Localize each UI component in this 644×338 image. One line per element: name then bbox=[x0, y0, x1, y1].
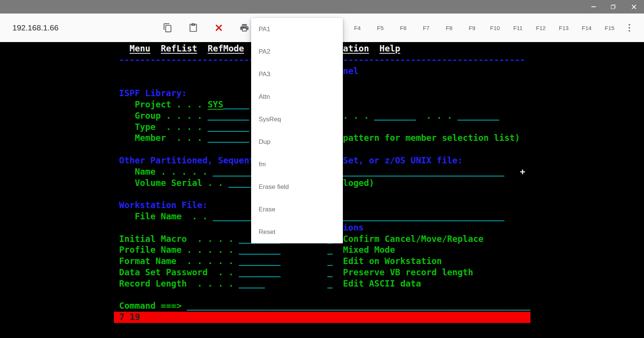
name-label: Name . . . . . bbox=[135, 167, 213, 177]
fkey-f6[interactable]: F6 bbox=[392, 25, 415, 31]
option-label-mixed-mode: Mixed Mode bbox=[343, 245, 395, 255]
keypad-item-erase-field[interactable]: Erase field bbox=[251, 176, 343, 198]
terminal-line-19: Format Name . . . . . ________ _ Edit on… bbox=[114, 256, 442, 267]
expand-indicator: + bbox=[520, 167, 525, 177]
member-label: Member . . . bbox=[135, 133, 208, 143]
fkey-f14[interactable]: F14 bbox=[575, 25, 598, 31]
fkey-f4[interactable]: F4 bbox=[346, 25, 369, 31]
fkey-f15[interactable]: F15 bbox=[598, 25, 621, 31]
keypad-item-pa1[interactable]: PA1 bbox=[251, 18, 343, 41]
option-label-edit-workstation: Edit on Workstation bbox=[343, 256, 442, 266]
keypad-item-reset[interactable]: Reset bbox=[251, 221, 343, 243]
edit-on-workstation-checkbox[interactable]: _ bbox=[327, 256, 333, 266]
terminal-line-23: Command ===> ___________________________… bbox=[114, 300, 530, 312]
menu-action-refmode[interactable]: RefMode bbox=[208, 44, 244, 53]
keypad-item-sysreq[interactable]: SysReq bbox=[251, 108, 343, 131]
command-prompt: Command ===> bbox=[119, 301, 187, 311]
option-label-edit-ascii: Edit ASCII data bbox=[343, 279, 421, 288]
keypad-item-erase[interactable]: Erase bbox=[251, 198, 343, 221]
kebab-menu-icon[interactable] bbox=[629, 14, 630, 42]
project-input[interactable]: SYS bbox=[208, 100, 223, 109]
mixed-mode-checkbox[interactable]: _ bbox=[327, 245, 333, 255]
close-icon[interactable]: × bbox=[630, 3, 637, 11]
terminal-line-18: Profile Name . . . . . ________ _ Mixed … bbox=[114, 244, 395, 256]
host-address: 192.168.1.66 bbox=[12, 14, 59, 42]
fkey-f7[interactable]: F7 bbox=[415, 25, 438, 31]
fkey-f5[interactable]: F5 bbox=[369, 25, 392, 31]
fkey-f11[interactable]: F11 bbox=[506, 25, 529, 31]
format-name-label: Format Name . . . . . bbox=[119, 256, 239, 266]
volume-serial-label: Volume Serial . . bbox=[135, 178, 228, 188]
type-input[interactable]: ________ bbox=[208, 122, 249, 132]
data-set-password-label: Data Set Password . . bbox=[119, 267, 239, 277]
fkey-f10[interactable]: F10 bbox=[483, 25, 506, 31]
minimize-icon[interactable] bbox=[591, 6, 596, 7]
data-set-password-input[interactable]: ________ bbox=[239, 267, 280, 277]
window-controls: × bbox=[591, 0, 644, 14]
toolbar-actions bbox=[162, 14, 250, 42]
initial-macro-label: Initial Macro . . . . bbox=[119, 234, 239, 244]
fkey-f13[interactable]: F13 bbox=[552, 25, 575, 31]
restore-icon[interactable] bbox=[611, 5, 615, 9]
terminal-line-14: Workstation File: bbox=[114, 200, 208, 211]
emulator-window: × 192.168.1.66 F4F5F6F7F8F9F10F11F12F13F… bbox=[0, 0, 644, 338]
record-length-label: Record Length . . . . bbox=[119, 279, 239, 288]
menu-action-reflist[interactable]: RefList bbox=[161, 44, 197, 53]
terminal-line-21: Record Length . . . . _____ _ Edit ASCII… bbox=[114, 278, 421, 290]
status-bar: 7 19 bbox=[114, 312, 530, 323]
fkey-f8[interactable]: F8 bbox=[438, 25, 461, 31]
option-label-preserve-vb: Preserve VB record length bbox=[343, 267, 473, 277]
option-label-confirm: Confirm Cancel/Move/Replace bbox=[343, 234, 483, 244]
menu-action-menu[interactable]: Menu bbox=[130, 44, 150, 53]
project-label: Project . . . bbox=[135, 100, 208, 109]
copy-icon[interactable] bbox=[162, 23, 173, 33]
group-label: Group . . . . bbox=[135, 111, 208, 121]
command-input[interactable]: ________________________________________… bbox=[187, 301, 530, 311]
profile-name-label: Profile Name . . . . . bbox=[119, 245, 239, 255]
window-titlebar: × bbox=[0, 0, 644, 14]
section-ispf-library: ISPF Library: bbox=[119, 88, 187, 98]
keypad-item-attn[interactable]: Attn bbox=[251, 86, 343, 108]
group-input-3[interactable]: ________ bbox=[374, 111, 416, 121]
keypad-item-fm[interactable]: fm bbox=[251, 153, 343, 176]
edit-ascii-checkbox[interactable]: _ bbox=[327, 279, 333, 288]
disconnect-x-icon[interactable] bbox=[214, 23, 224, 33]
keypad-menu: PA1PA2PA3AttnSysReqDupfmErase fieldErase… bbox=[251, 18, 343, 243]
fkey-f12[interactable]: F12 bbox=[529, 25, 552, 31]
keypad-item-pa3[interactable]: PA3 bbox=[251, 63, 343, 86]
fkey-f9[interactable]: F9 bbox=[461, 25, 483, 31]
keypad-item-dup[interactable]: Dup bbox=[251, 131, 343, 153]
terminal-line-4: ISPF Library: bbox=[114, 88, 187, 99]
menu-action-help[interactable]: Help bbox=[379, 44, 400, 53]
printer-icon[interactable] bbox=[239, 23, 250, 33]
keypad-item-pa2[interactable]: PA2 bbox=[251, 41, 343, 63]
format-name-input[interactable]: ________ bbox=[239, 256, 280, 266]
profile-name-input[interactable]: ________ bbox=[239, 245, 280, 255]
group-input-4[interactable]: ________ bbox=[458, 111, 499, 121]
group-input-1[interactable]: ________ bbox=[208, 111, 249, 121]
record-length-input[interactable]: _____ bbox=[239, 279, 265, 288]
member-input[interactable]: ________ bbox=[208, 133, 249, 143]
terminal-line-7: Type . . . . ________ bbox=[114, 122, 249, 133]
function-key-bar: F4F5F6F7F8F9F10F11F12F13F14F15 bbox=[346, 14, 621, 42]
cursor-position: 7 19 bbox=[114, 312, 140, 322]
terminal-line-5: Project . . . SYS_____ bbox=[114, 99, 249, 110]
file-name-label: File Name . . bbox=[135, 211, 213, 221]
terminal-line-20: Data Set Password . . ________ _ Preserv… bbox=[114, 267, 473, 278]
section-workstation-file: Workstation File: bbox=[119, 200, 208, 210]
preserve-vb-checkbox[interactable]: _ bbox=[327, 267, 333, 277]
paste-icon[interactable] bbox=[188, 23, 199, 33]
type-label: Type . . . . bbox=[135, 122, 208, 132]
